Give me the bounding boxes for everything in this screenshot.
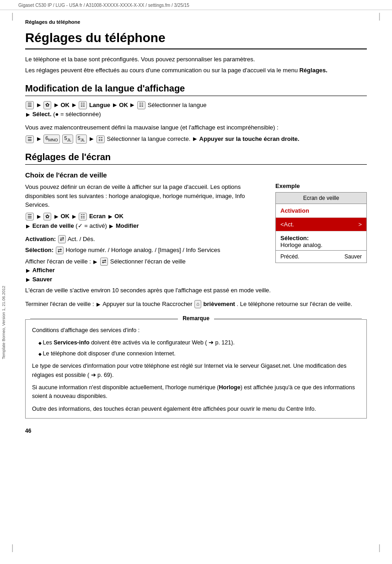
remark-bullets: Les Services-info doivent être activés v… [38,338,360,358]
act-left: <Act. [280,221,294,228]
remark-line1: Conditions d'affichage des services d'in… [32,326,360,335]
section1-instruction1-block: ☰ ▶ ✿ ▶ OK ▶ ☷ Langue ▶ OK ▶ ☷ Sélection… [25,101,367,120]
remark-content: Conditions d'affichage des services d'in… [26,320,366,418]
arr10: ▶ [37,213,41,221]
arr13: ▶ [108,213,112,221]
display-line: Afficher l'écran de veille : ▶ ⇄ Sélecti… [25,257,266,284]
icon-disp: ⇄ [100,258,108,265]
text-afficher: Afficher l'écran de veille : [25,258,92,265]
phone-menu-activation: Activation [276,204,366,218]
footer-right: Sauver [344,253,362,260]
arr14: ▶ [26,222,30,231]
arr12: ▶ [72,213,76,221]
selection-sub-value: Horloge analog. [280,242,362,248]
arrow6: ▶ [26,111,30,119]
phone-footer: Précéd. Sauver [276,250,366,263]
page-wrapper: | | | | Template Borneo, Version 1, 21.0… [0,0,392,564]
arr18: ▶ [26,276,30,284]
remark-para2: Le type de services d'information pour v… [32,362,360,380]
icon-655: 6MNO [43,134,60,144]
text-brievement: brièvement [204,301,235,307]
arrow9: ▶ [193,135,197,143]
arr11: ▶ [54,213,58,221]
remark-bullet1: Les Services-info doivent être activés v… [38,338,360,347]
text-ok1: OK [61,102,70,108]
selection-label: Sélection: [25,247,55,253]
subsection1-instruction1: ☰ ▶ ✿ ▶ OK ▶ ☷ Ecran ▶ OK ▶ Ecran de vei… [25,212,266,231]
example-label: Exemple [275,183,367,189]
arrow5: ▶ [130,101,134,109]
arr17: ▶ [26,267,30,274]
footer-left: Précéd. [280,253,299,260]
icon-act: ⇄ [58,235,66,243]
bullet1-text1: Les [43,339,54,346]
remark-para3-text1: Si aucune information n'est disponible a… [32,384,219,391]
side-label: Template Borneo, Version 1, 21.06.2012 [1,286,6,360]
text-sauver: Sauver [32,276,52,283]
corner-mark-tl: | [11,11,14,21]
intro-line1: Le téléphone et la base sont préconfigur… [25,55,367,64]
intro-line2: Les réglages peuvent être effectués au c… [25,66,367,75]
text-sel-correct: Sélectionner la langue correcte. [107,135,192,142]
icon-settings1: ✿ [43,101,51,109]
intro-line2-text: Les réglages peuvent être effectués au c… [25,67,299,74]
icon-set2: ✿ [43,213,51,220]
activation-line: Activation: ⇄ Act. / Dés. [25,235,266,244]
two-col-layout: Vous pouvez définir un écran de veille à… [25,183,367,286]
main-title: Réglages du téléphone [25,30,367,49]
arrow7: ▶ [37,135,41,143]
selection-line: Sélection: ⇄ Horloge numér. / Horloge an… [25,246,266,255]
bullet1-text2: doivent être activés via le configurateu… [90,339,235,346]
text-ecran: Ecran [89,213,106,220]
arrow4: ▶ [113,101,117,109]
phone-menu-selection: Sélection: Horloge analog. [276,231,366,250]
phone-menu-act-row: <Act. > [276,218,366,231]
text-select: Sélect. (● = sélectionnée) [32,111,101,118]
section1-instruction2-block: ☰ ▶ 6MNO 5JL 5JL ▶ ☷ Sélectionner la lan… [25,134,367,144]
arrow8: ▶ [90,135,93,143]
text-modifier: Modifier [116,222,139,229]
terminate-text: Terminer l'écran de veille : [25,301,96,307]
arrow2: ▶ [54,101,58,109]
icon-5b: 5JL [76,134,87,144]
sel-text: Horloge numér. / Horloge analog. / [Imag… [65,247,220,253]
activation-label: Activation: [25,236,58,242]
text-ok3: OK [61,213,70,220]
bullet1-bold: Services-info [54,339,90,346]
text-ecran-veille: Ecran de veille (✓ = activé) [32,222,107,229]
remark-box: Remarque Conditions d'affichage des serv… [25,319,367,419]
section2-title: Réglages de l'écran [25,152,367,165]
section-breadcrumb: Réglages du téléphone [25,19,367,25]
arr15: ▶ [109,222,113,231]
text-afficher2: Afficher [32,267,55,274]
subsection1-terminate: Terminer l'écran de veille : ▶ Appuyer s… [25,300,367,309]
col-right: Exemple Ecran de veille Activation <Act.… [275,183,367,263]
text-sel-langue: Sélectionner la langue [148,102,207,108]
subsection1-title: Choix de l'écran de veille [25,171,367,179]
icon-raccrocher: ⌂ [194,300,201,308]
section1-note: Vous avez malencontreusement défini la m… [25,123,367,132]
remark-title-wrapper: Remarque [26,315,366,322]
text-appuyer2: Appuyer sur la touche Raccrocher [102,301,194,307]
section1-title: Modification de la langue d'affichage [25,83,367,96]
remark-para4: Outre des informations, des touches écra… [32,405,360,414]
icon-5a: 5JL [62,134,73,144]
header-bar: Gigaset C530 IP / LUG - USA fr / A31008-… [0,0,392,10]
act-text: Act. / Dés. [68,236,95,242]
icon-menu2: ☰ [26,135,34,143]
subsection1-note: L'écran de veille s'active environ 10 se… [25,286,367,295]
subsection1-intro: Vous pouvez définir un écran de veille à… [25,183,266,209]
remark-para3: Si aucune information n'est disponible a… [32,383,360,401]
corner-mark-tr: | [378,11,381,21]
corner-mark-bl: | [11,543,14,553]
icon-nav1: ☷ [79,101,87,109]
icon-menu3: ☰ [26,213,34,220]
text-retourne: . Le téléphone retourne sur l'écran de v… [237,301,353,307]
arrow1: ▶ [37,101,41,109]
text-ok2: OK [119,102,128,108]
phone-screen: Ecran de veille Activation <Act. > Sélec… [275,192,367,263]
arr16: ▶ [93,258,97,266]
page-number: 46 [25,428,367,434]
intro-line2-bold: Réglages. [299,67,327,74]
remark-line-right [214,318,362,319]
